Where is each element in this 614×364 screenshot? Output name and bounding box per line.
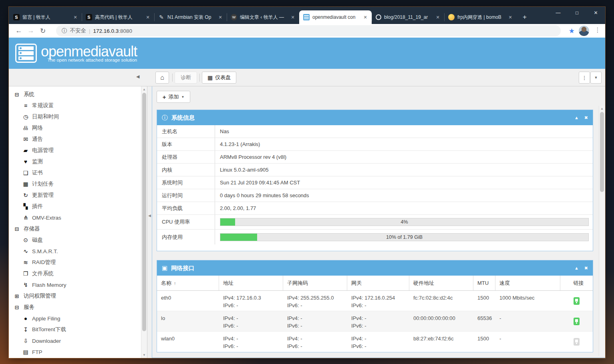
sidebar-item-omv-extras[interactable]: ⋔ OMV-Extras <box>9 212 147 223</box>
tab-github-blog[interactable]: blog/2018_11_19_ar ✕ <box>372 10 444 24</box>
browser-menu-icon[interactable]: ⋮ <box>593 26 602 34</box>
address-bar[interactable]: ⓘ 不安全 | 172.16.0.3 :8080 <box>56 25 561 36</box>
panel-close-icon[interactable]: ✖ <box>584 266 588 271</box>
column-header-mac[interactable]: 硬件地址 <box>409 276 473 290</box>
sidebar-item-smart[interactable]: ∿ S.M.A.R.T. <box>9 246 147 257</box>
sidebar-collapse-icon[interactable]: ◀ <box>136 74 139 79</box>
splitter-collapse-icon[interactable]: ◀ <box>148 214 151 218</box>
forward-icon[interactable]: → <box>25 27 37 35</box>
scrollbar-thumb[interactable] <box>600 112 604 192</box>
minimize-button[interactable]: — <box>549 7 568 19</box>
info-row-kernel: 内核 Linux 5.0.2-aml-s905 <box>157 164 593 176</box>
scroll-up-icon[interactable]: ▲ <box>599 107 605 110</box>
profile-avatar[interactable] <box>579 26 589 36</box>
layout-dropdown-button[interactable]: ▼ <box>590 72 602 84</box>
item-label: Downloader <box>32 338 61 344</box>
sidebar-item-power-management[interactable]: ▰ 电源管理 <box>9 145 147 156</box>
sidebar-group-services[interactable]: ⊟ 服务 <box>9 302 147 313</box>
item-label: Apple Filing <box>32 316 60 322</box>
column-header-netmask[interactable]: 子网掩码 <box>283 276 347 290</box>
sidebar-item-bittorrent[interactable]: ↧ BitTorrent下载 <box>9 324 147 335</box>
tab-close-icon[interactable]: ✕ <box>435 14 441 20</box>
collapse-minus-icon[interactable]: ⊟ <box>14 304 20 310</box>
tab-close-icon[interactable]: ✕ <box>290 14 296 20</box>
scrollbar-thumb[interactable] <box>142 93 146 331</box>
column-header-name[interactable]: 名称 ↑ <box>157 276 219 290</box>
sidebar-item-filesystems[interactable]: ❐ 文件系统 <box>9 268 147 279</box>
expand-plus-icon[interactable]: ⊞ <box>14 293 20 299</box>
table-row-eth0[interactable]: eth0 IPv4: 172.16.0.3 IPv6: - IPv4: 255.… <box>157 291 593 311</box>
tab-close-icon[interactable]: ✕ <box>217 14 223 20</box>
sidebar-item-ftp[interactable]: ▤ FTP <box>9 346 147 358</box>
item-label: 磁盘 <box>32 236 43 244</box>
sidebar-item-downloader[interactable]: ⇩ Downloader <box>9 335 147 346</box>
column-header-link[interactable]: 链接 <box>560 276 593 290</box>
panel-close-icon[interactable]: ✖ <box>584 115 588 120</box>
sidebar-item-flash-memory[interactable]: ↯ Flash Memory <box>9 279 147 290</box>
sidebar-item-raid-management[interactable]: ≋ RAID管理 <box>9 257 147 268</box>
maximize-button[interactable]: □ <box>568 7 586 19</box>
sidebar-group-storage[interactable]: ⊟ 存储器 <box>9 223 147 234</box>
sidebar-item-apple-filing[interactable]: ● Apple Filing <box>9 313 147 324</box>
tab-close-icon[interactable]: ✕ <box>145 14 151 20</box>
info-icon[interactable]: ⓘ <box>62 27 67 34</box>
sidebar-item-update-management[interactable]: ↻ 更新管理 <box>9 190 147 201</box>
back-icon[interactable]: ← <box>13 27 25 35</box>
new-tab-button[interactable]: + <box>519 12 530 23</box>
add-label: 添加 <box>168 93 179 100</box>
close-window-button[interactable]: ✕ <box>586 7 605 19</box>
breadcrumb-diagnostics[interactable]: 诊断 <box>175 72 197 84</box>
sidebar-item-date-time[interactable]: ◷ 日期和时间 <box>9 111 147 122</box>
scroll-down-icon[interactable]: ▼ <box>141 353 147 357</box>
tab-frp[interactable]: frp内网穿透 | bomoB ✕ <box>444 10 517 24</box>
security-label[interactable]: 不安全 <box>70 27 87 34</box>
sidebar-item-scheduled-jobs[interactable]: ▦ 计划任务 <box>9 178 147 190</box>
cpu-progress-text: 4% <box>220 218 588 226</box>
add-widget-button[interactable]: + 添加 ▼ <box>157 91 190 103</box>
scroll-up-icon[interactable]: ▲ <box>141 88 147 91</box>
breadcrumb-dashboard[interactable]: ▦ 仪表盘 <box>202 72 236 84</box>
dashboard-icon: ▦ <box>207 74 213 81</box>
panel-collapse-icon[interactable]: ▲ <box>574 266 579 271</box>
tab-messages[interactable]: S 留言 | 牧羊人 ✕ <box>9 10 82 24</box>
column-header-speed[interactable]: 速度 <box>495 276 560 290</box>
tab-edit-post[interactable]: W 编辑文章 ‹ 牧羊人 — ✕ <box>227 10 299 24</box>
panel-collapse-icon[interactable]: ▲ <box>574 115 579 120</box>
table-row-lo[interactable]: lo IPv4: - IPv6: - IPv4: - IPv6: - IPv4:… <box>157 311 593 332</box>
column-header-mtu[interactable]: MTU <box>473 276 495 290</box>
tab-close-icon[interactable]: ✕ <box>507 14 513 20</box>
sidebar-splitter[interactable]: ◀ <box>148 86 152 358</box>
sidebar-item-disks[interactable]: ⊙ 磁盘 <box>9 234 147 246</box>
cell-name: eth0 <box>157 291 219 311</box>
sidebar-group-system[interactable]: ⊟ 系统 <box>9 89 147 100</box>
column-header-address[interactable]: 地址 <box>219 276 283 290</box>
sidebar-item-notification[interactable]: ✉ 通告 <box>9 134 147 145</box>
sidebar-item-plugins[interactable]: ▚ 插件 <box>9 201 147 212</box>
tab-highlight-code[interactable]: S 高亮代码 | 牧羊人 ✕ <box>82 10 154 24</box>
collapse-minus-icon[interactable]: ⊟ <box>14 226 20 232</box>
sidebar-item-general-settings[interactable]: ≡ 常规设置 <box>9 100 147 111</box>
sidebar-group-access-rights[interactable]: ⊞ 访问权限管理 <box>9 290 147 302</box>
overflow-menu-button[interactable]: ⋮ <box>579 72 590 84</box>
omv-header: openmediavault The open network attached… <box>9 38 605 69</box>
cell-mac: b8:27:eb:74:f2:6c <box>409 332 473 352</box>
tab-openmediavault-active[interactable]: openmediavault con ✕ <box>299 10 372 24</box>
home-button[interactable]: ⌂ <box>155 72 169 84</box>
sidebar-item-certificates[interactable]: ❑ 证书 <box>9 167 147 178</box>
sidebar-item-monitoring[interactable]: ♥ 监测 <box>9 156 147 167</box>
tab-title: frp内网穿透 | bomoB <box>457 14 504 21</box>
sidebar-item-network[interactable]: 品 网络 <box>9 122 147 134</box>
sidebar-scrollbar[interactable]: ▲ ▼ <box>141 86 147 358</box>
tab-title: 留言 | 牧羊人 <box>22 14 69 21</box>
table-row-wlan0[interactable]: wlan0 IPv4: - IPv6: - IPv4: - IPv6: - IP… <box>157 332 593 352</box>
cell-address: IPv4: - IPv6: - <box>219 311 283 331</box>
column-header-gateway[interactable]: 网关 <box>347 276 409 290</box>
bookmark-star-icon[interactable]: ★ <box>569 27 575 35</box>
reload-icon[interactable]: ↻ <box>37 27 49 35</box>
tab-close-icon[interactable]: ✕ <box>362 14 368 20</box>
collapse-minus-icon[interactable]: ⊟ <box>14 92 20 98</box>
dashboard-label: 仪表盘 <box>215 74 231 81</box>
content-scrollbar[interactable]: ▲ <box>599 106 605 356</box>
tab-armbian-install[interactable]: ✎ N1 Armbian 安装 Op ✕ <box>154 10 227 24</box>
tab-close-icon[interactable]: ✕ <box>72 14 79 20</box>
